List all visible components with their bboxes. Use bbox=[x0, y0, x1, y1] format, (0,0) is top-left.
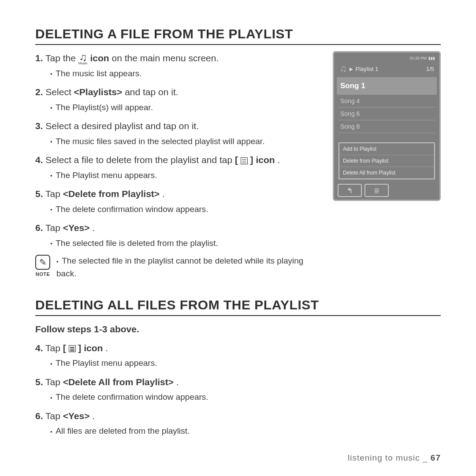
s2-step-6-sub: All files are deleted from the playlist. bbox=[50, 425, 441, 438]
s2-step-4-sub: The Playlist menu appears. bbox=[50, 357, 441, 370]
s2-step-5-sub: The delete confirmation window appears. bbox=[50, 391, 441, 404]
step-6-text-b: <Yes> bbox=[63, 223, 90, 233]
step-6-text-c: . bbox=[92, 223, 95, 233]
section-2-title: DELETING ALL FILES FROM THE PLAYLIST bbox=[35, 298, 441, 316]
step-1-num: 1. bbox=[35, 53, 43, 63]
s2-step-4-text-b: [ bbox=[63, 343, 69, 353]
s2-step-5-text-a: Tap bbox=[45, 377, 63, 387]
step-2-sub: The Playlist(s) will appear. bbox=[50, 101, 324, 114]
menu-add-to-playlist[interactable]: Add to Playlist bbox=[339, 143, 434, 155]
step-1: 1. Tap the ♫ Music icon on the main menu… bbox=[35, 51, 324, 66]
step-1-text-b: icon bbox=[90, 53, 109, 63]
note-icon: ✎ NOTE bbox=[35, 255, 50, 277]
step-4-text-a: Select a file to delete from the playlis… bbox=[45, 155, 235, 165]
s2-step-4-text-d: . bbox=[105, 343, 108, 353]
step-5-text-b: <Delete from Playlist> bbox=[63, 189, 160, 199]
page-number: 67 bbox=[431, 453, 441, 462]
menu-icon bbox=[69, 345, 76, 352]
pencil-icon: ✎ bbox=[35, 255, 50, 270]
s2-step-6-num: 6. bbox=[35, 411, 43, 421]
step-3-num: 3. bbox=[35, 121, 43, 131]
section-1-body: 1. Tap the ♫ Music icon on the main menu… bbox=[35, 51, 324, 293]
footer-text: listening to music _ bbox=[348, 453, 431, 462]
device-track-count: 1/5 bbox=[426, 66, 434, 72]
step-5-text-a: Tap bbox=[45, 189, 63, 199]
step-5-num: 5. bbox=[35, 189, 43, 199]
step-2-num: 2. bbox=[35, 87, 43, 97]
device-time: 01:25 PM bbox=[409, 56, 427, 60]
step-1-text-c: on the main menu screen. bbox=[112, 53, 219, 63]
step-4-sub: The Playlist menu appears. bbox=[50, 169, 324, 182]
s2-step-6-text-b: <Yes> bbox=[63, 411, 90, 421]
step-5-sub: The delete confirmation window appears. bbox=[50, 203, 324, 216]
menu-delete-from-playlist[interactable]: Delete from Playlist bbox=[339, 155, 434, 167]
s2-step-5-num: 5. bbox=[35, 377, 43, 387]
s2-step-6: 6. Tap <Yes> . bbox=[35, 409, 441, 424]
device-playlist-name: Playlist 1 bbox=[356, 66, 379, 72]
step-4-text-d: . bbox=[277, 155, 280, 165]
page-footer: listening to music _ 67 bbox=[348, 453, 441, 463]
follow-steps-text: Follow steps 1-3 above. bbox=[35, 324, 139, 334]
step-6: 6. Tap <Yes> . bbox=[35, 221, 324, 235]
step-6-sub: The selected file is deleted from the pl… bbox=[50, 237, 324, 250]
note-block: ✎ NOTE The selected file in the playlist… bbox=[35, 255, 324, 280]
device-song-row[interactable]: Song 4 bbox=[338, 95, 435, 108]
step-4-num: 4. bbox=[35, 155, 43, 165]
device-song-selected[interactable]: Song 1 bbox=[337, 77, 437, 95]
device-song-row[interactable]: Song 8 bbox=[338, 120, 435, 133]
device-back-button[interactable]: ↰ bbox=[338, 184, 362, 197]
device-play-icon: ▶ bbox=[350, 67, 353, 71]
section-1-title: DELETING A FILE FROM THE PLAYLIST bbox=[35, 26, 441, 45]
step-4-text-c: ] icon bbox=[250, 155, 275, 165]
device-music-icon: ♫ bbox=[339, 63, 347, 74]
step-6-num: 6. bbox=[35, 223, 43, 233]
device-menu-button[interactable]: ≣ bbox=[364, 184, 389, 197]
step-6-text-a: Tap bbox=[45, 223, 63, 233]
note-label: NOTE bbox=[35, 271, 50, 277]
s2-step-5-text-c: . bbox=[176, 377, 179, 387]
note-text: The selected file in the playlist cannot… bbox=[56, 255, 324, 280]
s2-step-6-text-a: Tap bbox=[45, 411, 63, 421]
s2-step-4-num: 4. bbox=[35, 343, 43, 353]
step-3-sub: The music files saved in the selected pl… bbox=[50, 135, 324, 148]
device-song-row[interactable]: Song 6 bbox=[338, 108, 435, 120]
music-icon: ♫ Music bbox=[78, 52, 88, 65]
step-2-text-c: and tap on it. bbox=[125, 87, 178, 97]
device-context-menu: Add to Playlist Delete from Playlist Del… bbox=[338, 142, 435, 179]
step-3: 3. Select a desired playlist and tap on … bbox=[35, 119, 324, 134]
step-1-sub: The music list appears. bbox=[50, 67, 324, 80]
step-4: 4. Select a file to delete from the play… bbox=[35, 153, 324, 167]
menu-delete-all-from-playlist[interactable]: Delete All from Playlist bbox=[339, 167, 434, 178]
device-screenshot: 01:25 PM ▮▮▮ ♫ ▶ Playlist 1 1/5 Song 1 S… bbox=[333, 51, 441, 201]
s2-step-4-text-c: ] icon bbox=[78, 343, 103, 353]
step-2-text-a: Select bbox=[45, 87, 74, 97]
battery-icon: ▮▮▮ bbox=[428, 56, 435, 60]
follow-steps: Follow steps 1-3 above. bbox=[35, 322, 441, 337]
s2-step-5: 5. Tap <Delete All from Playlist> . bbox=[35, 375, 441, 390]
step-2-text-b: <Playlists> bbox=[74, 87, 123, 97]
s2-step-6-text-c: . bbox=[92, 411, 95, 421]
menu-icon bbox=[241, 157, 248, 164]
s2-step-5-text-b: <Delete All from Playlist> bbox=[63, 377, 174, 387]
step-5: 5. Tap <Delete from Playlist> . bbox=[35, 187, 324, 201]
device-header: ♫ ▶ Playlist 1 1/5 bbox=[337, 61, 437, 76]
music-icon-label: Music bbox=[78, 62, 88, 65]
step-3-text: Select a desired playlist and tap on it. bbox=[45, 121, 199, 131]
s2-step-4-text-a: Tap bbox=[45, 343, 63, 353]
step-4-text-b: [ bbox=[235, 155, 241, 165]
step-5-text-c: . bbox=[162, 189, 165, 199]
step-1-text-a: Tap the bbox=[45, 53, 78, 63]
device-status-bar: 01:25 PM ▮▮▮ bbox=[337, 55, 437, 61]
device-footer: ↰ ≣ bbox=[338, 184, 436, 197]
s2-step-4: 4. Tap [ ] icon . bbox=[35, 341, 441, 356]
step-2: 2. Select <Playlists> and tap on it. bbox=[35, 85, 324, 100]
